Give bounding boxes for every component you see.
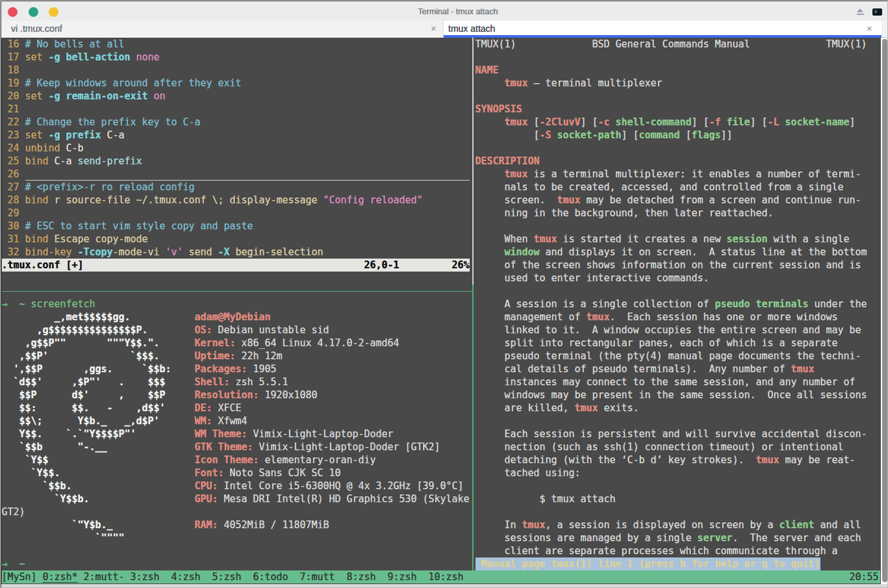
vi-line-number: 16 xyxy=(8,38,19,51)
vi-line-number: 27 xyxy=(8,181,19,194)
screenfetch-value: Debian unstable sid xyxy=(218,324,329,337)
screenfetch-art: $$: $$. - ,d$$' xyxy=(2,402,166,415)
man-token: split into rectangular panes, each of wh… xyxy=(476,337,838,350)
scrollbar-thumb[interactable] xyxy=(882,39,887,582)
man-token: tmux xyxy=(505,77,528,90)
man-token: ] [ xyxy=(622,129,639,142)
man-token: . Each session has one or more windows xyxy=(610,311,838,324)
man-token: and displays it on screen. A status line… xyxy=(540,246,867,259)
man-token: nection (such as ssh(1) connection timeo… xyxy=(476,441,844,454)
man-token: is a terminal multiplexer: it enables a … xyxy=(528,168,861,181)
screenfetch-label: Kernel: xyxy=(195,337,236,350)
vi-line-number: 23 xyxy=(8,129,19,142)
man-token: shell-command xyxy=(616,116,692,129)
man-token: -2CluvV xyxy=(540,116,581,129)
screenfetch-art: ,g$$$$$$$$$$$$$$$P. xyxy=(2,324,148,337)
screenfetch-user-host: adam@MyDebian xyxy=(195,311,271,324)
screenfetch-art: `d$$' ,$P"' . $$$ xyxy=(2,376,166,389)
vi-line-number: 32 xyxy=(8,246,19,259)
man-token: server xyxy=(698,531,733,544)
man-token: In xyxy=(476,518,522,531)
man-token: session xyxy=(727,233,768,246)
vi-line-number: 28 xyxy=(8,194,19,207)
screenfetch-value: Intel Core i5-6300HQ @ 4x 3.2GHz [39.0°C… xyxy=(224,479,464,492)
man-token: $ tmux attach xyxy=(476,492,616,505)
vi-statusline-percent: 26% xyxy=(452,259,470,272)
window-bottom-frame xyxy=(1,584,888,588)
scrollbar-track[interactable] xyxy=(881,38,888,584)
screenfetch-art: ,$$P' `$$$. xyxy=(2,350,160,363)
man-token: tmux xyxy=(587,311,610,324)
screenfetch-value: 4052MiB / 11807MiB xyxy=(224,518,329,531)
screenfetch-art: _,met$$$$$gg. xyxy=(2,311,131,324)
tab-tmux-attach[interactable]: tmux attach × xyxy=(444,21,882,38)
vi-line-number: 24 xyxy=(8,142,19,155)
tab-vi-tmux-conf[interactable]: vi .tmux.conf × xyxy=(1,21,444,38)
terminal-content[interactable]: 16# No bells at all17set -g bell-action … xyxy=(1,38,881,584)
screenfetch-label: DE: xyxy=(195,402,212,415)
man-token: pseudo terminals xyxy=(715,298,809,311)
man-token: tmux xyxy=(505,168,528,181)
man-token: ] [ xyxy=(750,116,768,129)
close-tab-icon[interactable]: × xyxy=(864,23,875,34)
vi-token: -Tcopy xyxy=(78,246,113,259)
man-token: TMUX(1) BSD General Commands Manual TMUX… xyxy=(476,38,867,51)
screenfetch-value: Vimix-Light-Laptop-Doder [GTK2] xyxy=(259,441,440,454)
screenfetch-art: ,g$$P"" """Y$$.". xyxy=(2,337,160,350)
tmux-window-current[interactable]: 0:zsh* xyxy=(43,570,78,583)
man-token: client are separate processes which comm… xyxy=(476,544,838,557)
vi-token: -g bell-action xyxy=(49,51,131,64)
vi-token xyxy=(43,51,49,64)
man-token: ] xyxy=(850,116,856,129)
vi-token: r source-file ~/.tmux.conf \; display-me… xyxy=(49,194,323,207)
vi-token: -mode-vi xyxy=(113,246,166,259)
screenfetch-art: `$$b. xyxy=(2,479,72,492)
man-token: NAME xyxy=(476,64,499,77)
close-tab-icon[interactable]: × xyxy=(428,23,439,34)
maximize-window-button[interactable] xyxy=(29,7,38,17)
screenfetch-label: OS: xyxy=(195,324,212,337)
man-token: client xyxy=(780,518,815,531)
vi-token: Escape copy-mode xyxy=(49,233,148,246)
titlebar: Terminal - tmux attach xyxy=(1,1,888,21)
vi-token xyxy=(43,129,49,142)
vi-line-number: 19 xyxy=(8,77,19,90)
man-token: When xyxy=(476,233,534,246)
minimize-window-button[interactable] xyxy=(49,7,58,17)
man-token xyxy=(780,116,785,129)
screenfetch-label: RAM: xyxy=(195,518,218,531)
vi-token: C-a xyxy=(107,129,125,142)
vi-line-number: 18 xyxy=(8,64,19,77)
tab-label: tmux attach xyxy=(448,23,495,34)
shell-prompt-arrow: → xyxy=(2,298,8,311)
vi-token: send xyxy=(183,246,218,259)
screenfetch-label: WM Theme: xyxy=(195,428,247,441)
man-token: command xyxy=(639,129,680,142)
vi-token: bind xyxy=(25,233,49,246)
close-window-button[interactable] xyxy=(8,7,18,17)
man-token: tmux xyxy=(534,233,557,246)
vi-token: # <prefix>-r ro reload config xyxy=(25,181,195,194)
tmux-window-list[interactable]: 2:mutt- 3:zsh 4:zsh 5:zsh 6:todo 7:mutt … xyxy=(78,570,464,583)
man-token: may be reat- xyxy=(780,454,856,467)
man-token: are killed, xyxy=(476,402,575,415)
man-token: and all xyxy=(815,518,861,531)
shade-window-icon[interactable] xyxy=(857,8,864,15)
screenfetch-value: 1920x1080 xyxy=(265,389,318,402)
man-token: ]] xyxy=(721,129,733,142)
man-token: SYNOPSIS xyxy=(476,103,522,116)
window-title: Terminal - tmux attach xyxy=(66,7,850,16)
vi-token: 'v' xyxy=(166,246,183,259)
vi-token: # Change the prefix key to C-a xyxy=(25,116,201,129)
man-token xyxy=(552,129,557,142)
screenfetch-label: Font: xyxy=(195,467,224,479)
man-token: -L xyxy=(768,116,780,129)
vi-statusline-ruler: 26,0-1 xyxy=(364,259,400,272)
man-token: socket-name xyxy=(785,116,850,129)
screenfetch-label: Icon Theme: xyxy=(195,454,259,467)
screenfetch-label: GPU: xyxy=(195,492,218,505)
screenfetch-art: Y$$. `.`"Y$$$$P"' xyxy=(2,428,136,441)
screenfetch-art: `$$b "-.__ xyxy=(2,441,107,454)
vi-token xyxy=(72,155,78,168)
vi-line-number: 21 xyxy=(8,103,19,116)
